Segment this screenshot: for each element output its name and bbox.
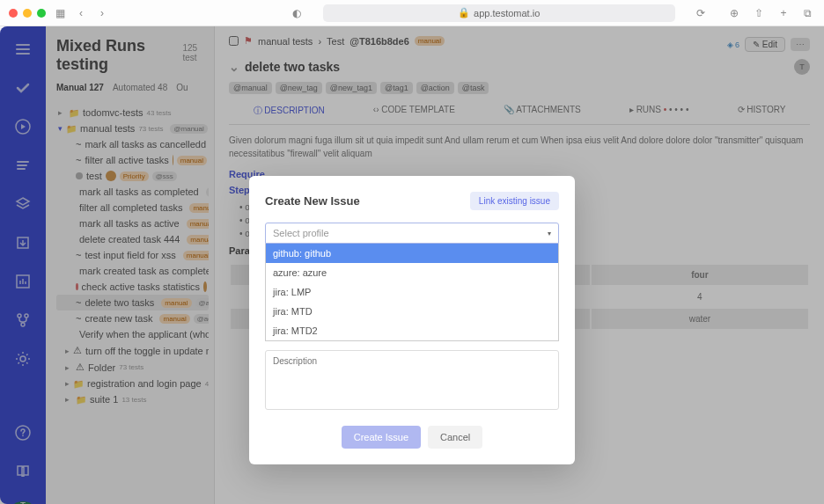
select-placeholder: Select profile bbox=[273, 228, 329, 238]
cancel-button[interactable]: Cancel bbox=[428, 426, 482, 449]
link-existing-button[interactable]: Link existing issue bbox=[470, 192, 559, 210]
shield-icon[interactable]: ◐ bbox=[290, 6, 304, 20]
dropdown-option-github[interactable]: github: github bbox=[266, 244, 558, 263]
download-icon[interactable]: ⊕ bbox=[727, 6, 741, 20]
new-tab-icon[interactable]: + bbox=[776, 6, 791, 20]
create-issue-button[interactable]: Create Issue bbox=[342, 426, 421, 449]
maximize-window[interactable] bbox=[37, 9, 46, 18]
browser-chrome: ▦ ‹ › ◐ 🔒 app.testomat.io ⟳ ⊕ ⇧ + ⧉ bbox=[0, 0, 824, 26]
modal-title: Create New Issue bbox=[265, 194, 360, 208]
dropdown-option-jira-lmp[interactable]: jira: LMP bbox=[266, 282, 558, 302]
dropdown-option-jira-mtd2[interactable]: jira: MTD2 bbox=[266, 321, 558, 340]
create-issue-modal: Create New Issue Link existing issue Sel… bbox=[249, 176, 575, 464]
profile-dropdown: github: github azure: azure jira: LMP ji… bbox=[265, 244, 559, 341]
dropdown-option-jira-mtd[interactable]: jira: MTD bbox=[266, 302, 558, 321]
tabs-icon[interactable]: ⧉ bbox=[801, 6, 815, 20]
dropdown-option-azure[interactable]: azure: azure bbox=[266, 263, 558, 282]
forward-icon[interactable]: › bbox=[95, 6, 109, 20]
chevron-down-icon: ▾ bbox=[548, 230, 551, 237]
address-bar[interactable]: 🔒 app.testomat.io bbox=[323, 4, 675, 22]
traffic-lights bbox=[9, 9, 46, 18]
sidebar-toggle-icon[interactable]: ▦ bbox=[53, 6, 67, 20]
url-text: app.testomat.io bbox=[474, 8, 540, 18]
minimize-window[interactable] bbox=[23, 9, 32, 18]
profile-select[interactable]: Select profile ▾ bbox=[265, 223, 559, 244]
share-icon[interactable]: ⇧ bbox=[752, 6, 766, 20]
refresh-icon[interactable]: ⟳ bbox=[694, 6, 708, 20]
close-window[interactable] bbox=[9, 9, 18, 18]
description-textarea[interactable] bbox=[265, 350, 559, 410]
lock-icon: 🔒 bbox=[458, 7, 470, 18]
back-icon[interactable]: ‹ bbox=[74, 6, 88, 20]
